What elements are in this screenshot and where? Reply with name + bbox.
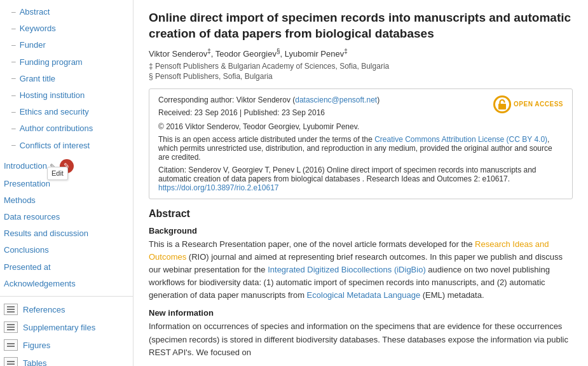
- open-access-badge: OPEN ACCESS: [493, 95, 563, 113]
- citation-text: Citation: Senderov V, Georgiev T, Penev …: [158, 165, 563, 192]
- new-info-subsection-title: New information: [149, 308, 573, 318]
- abstract-section-title: Abstract: [149, 208, 573, 220]
- sidebar-section-resources: References Supplementary files Figures: [0, 299, 133, 366]
- sidebar-item-conflicts[interactable]: Conflicts of interest: [0, 137, 133, 154]
- sidebar-divider: [0, 296, 133, 297]
- idigbio-link[interactable]: Integrated Digitized Biocollections: [268, 265, 392, 274]
- affiliation-2: § Pensoft Publishers, Sofia, Bulgaria: [149, 72, 573, 81]
- copyright-line: © 2016 Viktor Senderov, Teodor Georgiev,…: [158, 122, 563, 131]
- open-lock-icon: [498, 99, 507, 109]
- doi-link[interactable]: https://doi.org/10.3897/rio.2.e10617: [158, 183, 278, 192]
- affiliation2-symbol: §: [149, 72, 155, 81]
- sidebar-item-hosting-institution[interactable]: Hosting institution: [0, 87, 133, 104]
- svg-rect-0: [498, 104, 506, 109]
- cc-license-link[interactable]: Creative Commons Attribution License (CC…: [374, 135, 547, 144]
- main-content: Online direct import of specimen records…: [133, 0, 588, 366]
- sidebar-item-acknowledgements[interactable]: Acknowledgements: [0, 276, 133, 292]
- sidebar-item-methods[interactable]: Methods: [0, 192, 133, 209]
- new-info-paragraph: Information on occurrences of species an…: [149, 320, 573, 358]
- sidebar-item-data-resources[interactable]: Data resources: [0, 209, 133, 225]
- corresponding-email-link[interactable]: datascienc@pensoft.net: [295, 95, 377, 104]
- figures-icon: [4, 339, 18, 351]
- author1-name: Viktor Senderov: [149, 50, 207, 59]
- open-access-label: OPEN ACCESS: [514, 101, 563, 108]
- sidebar-item-author-contributions[interactable]: Author contributions: [0, 120, 133, 137]
- tables-icon: [4, 357, 18, 366]
- license-text: This is an open access article distribut…: [158, 135, 563, 162]
- supplementary-icon: [4, 321, 18, 333]
- sidebar-item-presented-at[interactable]: Presented at: [0, 259, 133, 276]
- sidebar-section-meta: Abstract Keywords Funder Funding program…: [0, 3, 133, 155]
- sidebar-item-abstract[interactable]: Abstract: [0, 4, 133, 20]
- sidebar-item-introduction[interactable]: Introduction ✎ ✎ Edit: [0, 157, 133, 176]
- sidebar-item-tables[interactable]: Tables: [0, 354, 133, 366]
- sidebar-item-funding-program[interactable]: Funding program: [0, 54, 133, 71]
- author3-sup: ‡: [344, 48, 348, 55]
- author2-name: , Teodor Georgiev: [211, 50, 277, 59]
- author3-name: , Lyubomir Penev: [280, 50, 345, 59]
- oa-circle: [493, 95, 511, 113]
- edit-tooltip: ✎ ✎ Edit: [50, 159, 74, 173]
- background-paragraph: This is a Research Presentation paper, o…: [149, 238, 573, 302]
- sidebar-item-figures[interactable]: Figures: [0, 336, 133, 354]
- background-subsection-title: Background: [149, 226, 573, 236]
- idigbio-link2[interactable]: (iDigBio): [392, 265, 425, 274]
- eml-link[interactable]: Ecological Metadata Language: [307, 290, 421, 300]
- sidebar: Abstract Keywords Funder Funding program…: [0, 0, 133, 366]
- sidebar-item-ethics-security[interactable]: Ethics and security: [0, 104, 133, 120]
- paper-title: Online direct import of specimen records…: [149, 10, 573, 41]
- sidebar-item-funder[interactable]: Funder: [0, 37, 133, 53]
- meta-box: Corresponding author: Viktor Senderov (d…: [149, 88, 573, 199]
- affiliation-1: ‡ Pensoft Publishers & Bulgarian Academy…: [149, 62, 573, 71]
- sidebar-item-supplementary[interactable]: Supplementary files: [0, 318, 133, 336]
- authors-line: Viktor Senderov‡, Teodor Georgiev§, Lyub…: [149, 48, 573, 59]
- sidebar-section-content: Introduction ✎ ✎ Edit Presentation Metho…: [0, 155, 133, 293]
- edit-badge[interactable]: Edit: [47, 167, 68, 180]
- references-icon: [4, 304, 18, 315]
- sidebar-item-references[interactable]: References: [0, 300, 133, 318]
- sidebar-item-results[interactable]: Results and discussion: [0, 225, 133, 242]
- sidebar-item-keywords[interactable]: Keywords: [0, 20, 133, 37]
- affiliation1-symbol: ‡: [149, 62, 155, 71]
- sidebar-item-conclusions[interactable]: Conclusions: [0, 242, 133, 258]
- sidebar-item-grant-title[interactable]: Grant title: [0, 71, 133, 87]
